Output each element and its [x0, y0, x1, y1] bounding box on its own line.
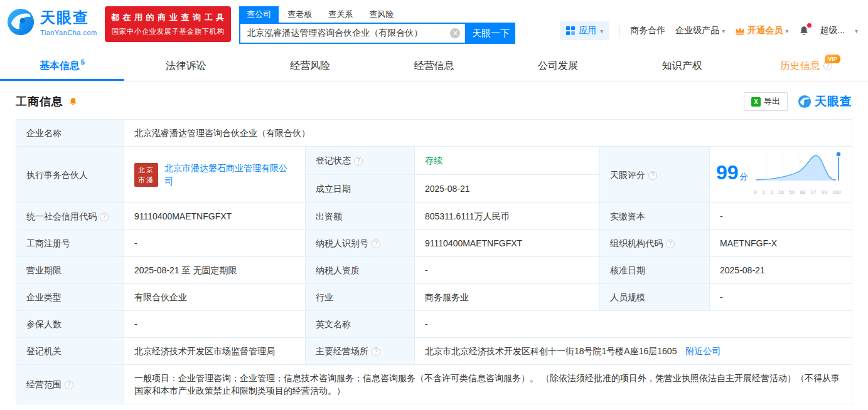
cooperation-label: 商务合作: [630, 25, 665, 36]
notification-dot: [807, 23, 812, 28]
credit-code-value: 91110400MAETNFGFXT: [124, 203, 306, 230]
company-name-value: 北京泓睿潘达管理咨询合伙企业（有限合伙）: [124, 120, 852, 147]
info-icon[interactable]: ?: [666, 239, 675, 248]
tax-id-label: 纳税人识别号?: [306, 230, 415, 257]
approval-date-label: 核准日期: [600, 257, 710, 284]
score-distribution-chart: 0131650889799100: [754, 150, 842, 199]
export-button[interactable]: X 导出: [744, 92, 788, 111]
authority-label: 登记机关: [16, 338, 124, 365]
term-value: 2025-08-21 至 无固定期限: [124, 257, 306, 284]
section-header: 工商信息 X 导出 天眼查: [0, 81, 868, 119]
search-tab-company[interactable]: 查公司: [239, 6, 279, 23]
export-label: 导出: [764, 96, 780, 107]
authority-value: 北京经济技术开发区市场监督管理局: [124, 338, 306, 365]
company-type-value: 有限合伙企业: [124, 284, 306, 311]
address-value: 北京市北京经济技术开发区科创十一街18号院1号楼A座16层1605 附近公司: [415, 338, 852, 365]
org-code-value: MAETNFGF-X: [710, 230, 852, 257]
reg-number-label: 工商注册号: [16, 230, 124, 257]
info-icon[interactable]: ?: [372, 347, 380, 356]
brand-slogan-badge: 都 在 用 的 商 业 查 询 工 具 国家中小企业发展子基金旗下机构: [105, 6, 232, 42]
info-icon[interactable]: ?: [65, 381, 73, 389]
subscribe-bell-icon[interactable]: [68, 97, 78, 107]
partner-logo-avatar: 北京市潘: [134, 163, 158, 187]
tab-company-development-label: 公司发展: [538, 60, 578, 71]
address-label: 主要经营场所?: [306, 338, 415, 365]
info-icon[interactable]: ?: [648, 171, 657, 180]
capital-label: 出资额: [306, 203, 415, 230]
reg-status-label: 登记状态?: [306, 147, 415, 175]
section-title: 工商信息: [16, 94, 63, 109]
tab-company-development[interactable]: 公司发展: [496, 50, 620, 81]
paid-capital-label: 实缴资本: [600, 203, 710, 230]
est-date-value: 2025-08-21: [415, 175, 600, 203]
apps-menu[interactable]: 应用 ▾: [560, 21, 609, 40]
business-info-table: 企业名称 北京泓睿潘达管理咨询合伙企业（有限合伙） 执行事务合伙人 北京市潘 北…: [16, 119, 852, 404]
search-block: 查公司 查老板 查关系 查风险 ✕ 天眼一下: [239, 6, 515, 44]
insured-label: 参保人数: [16, 311, 124, 338]
chevron-down-icon: ▾: [785, 28, 788, 34]
account-chevron-down-icon[interactable]: ▾: [855, 28, 858, 34]
company-name-label: 企业名称: [16, 120, 124, 147]
search-type-tabs: 查公司 查老板 查关系 查风险: [239, 6, 515, 23]
watermark-logo-icon: [798, 95, 812, 108]
watermark-logo: 天眼查: [798, 93, 852, 110]
info-icon[interactable]: ?: [372, 239, 380, 248]
insured-value: -: [124, 311, 306, 338]
row-business-scope: 经营范围? 一般项目：企业管理咨询；企业管理；信息技术咨询服务；信息咨询服务（不…: [16, 365, 852, 404]
row-partner-status: 执行事务合伙人 北京市潘 北京市潘达磐石商业管理有限公司 登记状态? 存续 天眼…: [16, 147, 852, 175]
grid-icon: [566, 26, 575, 35]
tab-intellectual-property-label: 知识产权: [662, 60, 702, 71]
tab-business-info[interactable]: 经营信息: [372, 50, 496, 81]
tab-basic-info[interactable]: 基本信息5: [0, 50, 124, 81]
menu-enterprise-products[interactable]: 企业级产品 ▾: [675, 25, 725, 36]
logo-title: 天眼查: [40, 8, 97, 28]
username-label: 超级...: [820, 25, 845, 36]
tab-business-info-label: 经营信息: [414, 60, 454, 71]
reg-status-value: 存续: [415, 147, 600, 175]
search-input[interactable]: [240, 24, 465, 43]
tianyancha-logo-icon: [6, 8, 35, 36]
tab-legal-litigation[interactable]: 法律诉讼: [124, 50, 249, 81]
info-icon[interactable]: ?: [354, 157, 363, 166]
row-authority: 登记机关 北京经济技术开发区市场监督管理局 主要经营场所? 北京市北京经济技术开…: [16, 338, 852, 365]
search-tab-boss[interactable]: 查老板: [280, 6, 319, 23]
search-tab-relation[interactable]: 查关系: [321, 6, 360, 23]
nearby-companies-link[interactable]: 附近公司: [685, 346, 721, 356]
search-button[interactable]: 天眼一下: [466, 23, 515, 44]
info-icon[interactable]: ?: [100, 213, 109, 221]
tianyan-score: 99分: [716, 162, 748, 187]
header-menu: 应用 ▾ 商务合作 企业级产品 ▾ 开通会员 ▾ 超级...: [560, 21, 858, 40]
industry-label: 行业: [306, 284, 415, 311]
partner-company-link[interactable]: 北京市潘达磐石商业管理有限公司: [164, 162, 295, 188]
tab-history-info-label: 历史信息: [780, 60, 820, 71]
scope-label: 经营范围?: [16, 365, 124, 404]
term-label: 营业期限: [16, 257, 124, 284]
watermark-text: 天眼查: [815, 93, 852, 110]
slogan-line1: 都 在 用 的 商 业 查 询 工 具: [111, 12, 225, 23]
tianyancha-logo[interactable]: 天眼查 TianYanCha.com: [6, 8, 97, 36]
row-company-type: 企业类型 有限合伙企业 行业 商务服务业 人员规模 -: [16, 284, 852, 311]
tab-basic-info-label: 基本信息: [40, 60, 80, 71]
tab-count-badge: 5: [81, 58, 85, 66]
tax-qual-label: 纳税人资质: [306, 257, 415, 284]
approval-date-value: 2025-08-21: [710, 257, 852, 284]
scope-value: 一般项目：企业管理咨询；企业管理；信息技术咨询服务；信息咨询服务（不含许可类信息…: [124, 365, 852, 404]
reg-number-value: -: [124, 230, 306, 257]
notifications-bell[interactable]: [798, 25, 810, 36]
search-tab-risk[interactable]: 查风险: [362, 6, 401, 23]
score-axis-ticks: 0131650889799100: [754, 186, 841, 199]
row-company-name: 企业名称 北京泓睿潘达管理咨询合伙企业（有限合伙）: [16, 120, 852, 147]
tax-qual-value: -: [415, 257, 600, 284]
logo-subtitle: TianYanCha.com: [40, 29, 97, 36]
chevron-down-icon: ▾: [600, 28, 603, 34]
user-account[interactable]: 超级...: [820, 25, 845, 36]
tab-operation-risk[interactable]: 经营风险: [248, 50, 372, 81]
tab-intellectual-property[interactable]: 知识产权: [620, 50, 744, 81]
capital-value: 805311.6111万人民币: [415, 203, 600, 230]
menu-open-vip[interactable]: 开通会员 ▾: [735, 25, 788, 36]
slogan-line2: 国家中小企业发展子基金旗下机构: [111, 27, 225, 36]
menu-cooperation[interactable]: 商务合作: [630, 25, 665, 36]
open-vip-label: 开通会员: [747, 25, 783, 36]
industry-value: 商务服务业: [415, 284, 600, 311]
tab-history-info[interactable]: 历史信息? VIP: [744, 50, 868, 81]
